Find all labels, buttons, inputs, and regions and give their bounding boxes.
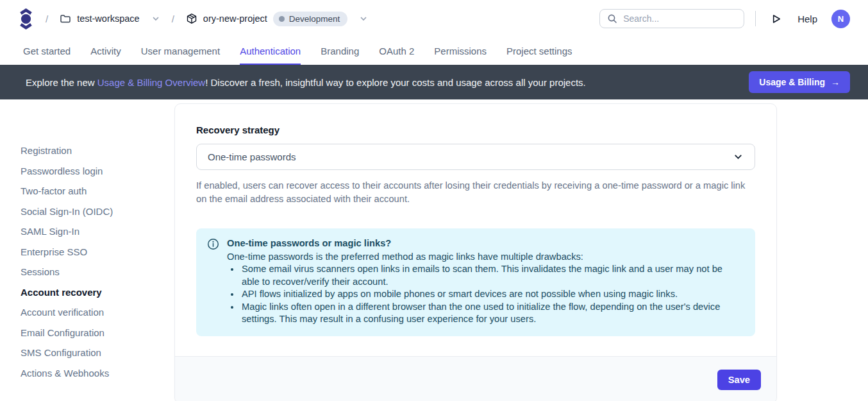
sidebar-item-account-verification[interactable]: Account verification: [21, 302, 174, 323]
workspace-name: test-workspace: [77, 13, 140, 24]
project-name: ory-new-project: [203, 13, 267, 24]
top-bar: / test-workspace / ory-new-project Devel…: [0, 0, 868, 37]
avatar[interactable]: N: [831, 10, 850, 28]
project-nav-tabs: Get started Activity User management Aut…: [0, 37, 868, 65]
breadcrumb-separator: /: [46, 13, 48, 24]
recovery-strategy-select[interactable]: One-time passwords: [196, 144, 755, 170]
recovery-strategy-label: Recovery strategy: [196, 124, 755, 135]
sidebar-item-two-factor-auth[interactable]: Two-factor auth: [21, 181, 174, 201]
tab-branding[interactable]: Branding: [321, 37, 359, 65]
recovery-strategy-description: If enabled, users can recover access to …: [196, 179, 755, 205]
tab-activity[interactable]: Activity: [90, 37, 121, 65]
info-box-bullet: Magic links often open in a different br…: [240, 301, 742, 326]
sidebar-item-saml-sign-in[interactable]: SAML Sign-In: [21, 221, 174, 242]
chevron-down-icon: [151, 14, 160, 23]
tab-get-started[interactable]: Get started: [23, 37, 71, 65]
info-box-title: One-time passwords or magic links?: [227, 237, 742, 250]
tab-project-settings[interactable]: Project settings: [506, 37, 572, 65]
project-switcher[interactable]: ory-new-project Development: [186, 12, 368, 26]
banner-link[interactable]: Usage & Billing Overview: [97, 77, 205, 88]
tab-permissions[interactable]: Permissions: [434, 37, 487, 65]
sidebar-item-account-recovery[interactable]: Account recovery: [21, 282, 174, 303]
banner-text: Explore the new Usage & Billing Overview…: [26, 77, 586, 88]
search-input-wrapper[interactable]: [599, 9, 744, 28]
sidebar-item-email-configuration[interactable]: Email Configuration: [21, 323, 174, 343]
content-area: Registration Passwordless login Two-fact…: [0, 99, 868, 401]
chevron-down-icon: [733, 151, 744, 162]
environment-badge: Development: [273, 12, 348, 26]
help-link[interactable]: Help: [797, 13, 817, 24]
tab-authentication[interactable]: Authentication: [240, 37, 301, 65]
info-box-intro: One-time passwords is the preferred meth…: [227, 251, 742, 264]
search-input[interactable]: [623, 13, 737, 24]
sidebar-item-social-sign-in[interactable]: Social Sign-In (OIDC): [21, 201, 174, 222]
sidebar-item-registration[interactable]: Registration: [21, 141, 174, 161]
usage-billing-button[interactable]: Usage & Billing→: [749, 71, 850, 93]
folder-icon: [60, 13, 71, 24]
workspace-switcher[interactable]: test-workspace: [60, 13, 160, 24]
authentication-sidenav: Registration Passwordless login Two-fact…: [0, 99, 174, 383]
save-button[interactable]: Save: [717, 370, 761, 390]
arrow-right-icon: →: [831, 77, 840, 87]
tab-oauth2[interactable]: OAuth 2: [379, 37, 414, 65]
info-icon: [207, 238, 219, 326]
card-footer: Save: [175, 356, 776, 401]
package-icon: [186, 13, 197, 24]
sidebar-item-enterprise-sso[interactable]: Enterprise SSO: [21, 242, 174, 262]
recovery-strategy-selected-value: One-time passwords: [208, 151, 733, 162]
chevron-down-icon: [359, 14, 368, 23]
environment-dot-icon: [279, 16, 285, 22]
play-icon[interactable]: [770, 13, 782, 25]
sidebar-item-sessions[interactable]: Sessions: [21, 262, 174, 282]
topbar-divider: [755, 11, 756, 26]
sidebar-item-passwordless-login[interactable]: Passwordless login: [21, 161, 174, 182]
search-icon: [607, 13, 617, 24]
ory-logo-icon[interactable]: [18, 8, 34, 30]
info-box: One-time passwords or magic links? One-t…: [196, 228, 755, 336]
info-box-bullet: Some email virus scanners open links in …: [240, 263, 742, 288]
info-box-bullet: API flows initialized by apps on mobile …: [240, 288, 742, 301]
breadcrumb-separator: /: [172, 13, 174, 24]
account-recovery-card: Recovery strategy One-time passwords If …: [174, 103, 777, 401]
info-box-bullet-list: Some email virus scanners open links in …: [227, 263, 742, 326]
sidebar-item-sms-configuration[interactable]: SMS Configuration: [21, 343, 174, 363]
usage-billing-banner: Explore the new Usage & Billing Overview…: [0, 65, 868, 99]
tab-user-management[interactable]: User management: [141, 37, 220, 65]
sidebar-item-actions-webhooks[interactable]: Actions & Webhooks: [21, 363, 174, 384]
